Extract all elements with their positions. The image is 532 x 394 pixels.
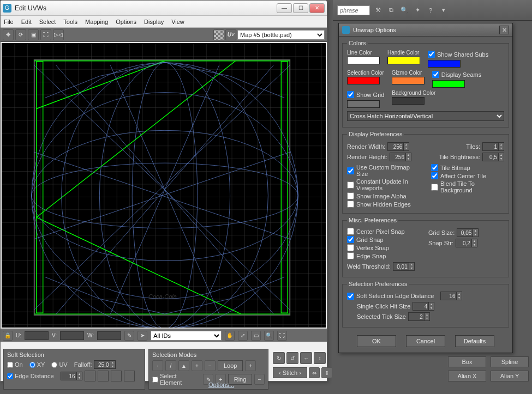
plus-icon[interactable]: + [192, 360, 202, 371]
menu-edit[interactable]: Edit [21, 19, 32, 25]
checker-icon[interactable] [213, 29, 224, 40]
grid-snap-checkbox[interactable]: Grid Snap [347, 236, 423, 243]
u-spinner[interactable] [25, 331, 49, 340]
edge-snap-checkbox[interactable]: Edge Snap [347, 252, 423, 259]
display-seams-checkbox[interactable]: Display Seams [432, 71, 481, 78]
gizmo-color-swatch[interactable] [392, 77, 425, 84]
seams-color-swatch[interactable] [432, 80, 465, 88]
align-h-icon[interactable]: ⇔ [309, 367, 320, 378]
falloff-curve-2[interactable] [98, 371, 109, 381]
cancel-button[interactable]: Cancel [406, 335, 445, 347]
menu-tools[interactable]: Tools [63, 19, 77, 25]
edge-distance-checkbox[interactable]: Edge Distance [7, 373, 54, 379]
freeform-icon[interactable]: ⛶ [40, 29, 51, 40]
uv-label-icon[interactable]: UV [225, 29, 236, 40]
tiles-spinner[interactable]: ▴▾ [482, 142, 504, 151]
fit-icon[interactable]: ⛶ [277, 331, 287, 341]
menu-mapping[interactable]: Mapping [85, 19, 108, 25]
use-custom-checkbox[interactable]: Use Custom Bitmap Size [347, 164, 420, 177]
defaults-button[interactable]: Defaults [455, 335, 494, 347]
shrink-icon[interactable]: ↕ [314, 352, 326, 364]
xy-radio[interactable]: XY [29, 361, 45, 368]
falloff-curve-1[interactable] [85, 371, 95, 381]
titlebar[interactable]: G Edit UVWs — ☐ ✕ [1, 1, 327, 16]
menu-options[interactable]: Options [116, 19, 136, 25]
zoom-extents-icon[interactable]: ⤢ [238, 331, 248, 341]
expand-icon[interactable]: ↔ [300, 352, 312, 364]
edge-mode-icon[interactable]: / [165, 360, 176, 371]
show-grid-checkbox[interactable]: Show Grid [347, 91, 384, 98]
close-button[interactable]: ✕ [309, 3, 325, 13]
rotate-cw-icon[interactable]: ↻ [273, 352, 285, 364]
falloff-spinner[interactable]: ▴▾ [94, 360, 116, 369]
menu-file[interactable]: File [4, 19, 14, 25]
star-icon[interactable]: ✦ [413, 5, 422, 15]
line-color-swatch[interactable] [347, 57, 380, 64]
align-x-button[interactable]: Alian X [448, 371, 486, 381]
soft-edge-spinner[interactable]: ▴▾ [440, 292, 462, 300]
align-y-button[interactable]: Alian Y [491, 371, 529, 381]
on-checkbox[interactable]: On [7, 361, 23, 368]
ids-selector[interactable]: All IDs [151, 331, 222, 341]
vertex-mode-icon[interactable]: · [152, 360, 163, 371]
options-titlebar[interactable]: Unwrap Options ✕ [339, 23, 512, 37]
blend-tile-checkbox[interactable]: Blend Tile To Background [431, 180, 504, 193]
show-alpha-checkbox[interactable]: Show Image Alpha [347, 192, 420, 199]
menu-display[interactable]: Display [144, 19, 164, 25]
tile-brightness-spinner[interactable]: ▴▾ [482, 153, 504, 161]
falloff-curve-3[interactable] [111, 371, 122, 381]
align-v-icon[interactable]: ⇕ [321, 367, 332, 378]
magnet-icon[interactable]: ⧉ [386, 5, 396, 15]
options-link[interactable]: Options... [208, 381, 234, 388]
help-icon[interactable]: ? [426, 5, 435, 15]
constant-update-checkbox[interactable]: Constant Update In Viewports [347, 178, 420, 191]
mirror-icon[interactable]: ▷◁ [53, 29, 64, 40]
maximize-button[interactable]: ☐ [293, 3, 308, 13]
grid-color-swatch[interactable] [347, 100, 380, 108]
tile-bitmap-checkbox[interactable]: Tile Bitmap [431, 164, 504, 171]
zoom-icon[interactable]: 🔍 [264, 331, 274, 341]
toolbox-icon[interactable]: ⚒ [373, 5, 383, 15]
uv-radio[interactable]: UV [51, 361, 67, 368]
ok-button[interactable]: OK [357, 335, 396, 347]
w-spinner[interactable] [97, 331, 121, 340]
menu-view[interactable]: View [171, 19, 184, 25]
shared-color-swatch[interactable] [428, 60, 461, 68]
menu-select[interactable]: Select [39, 19, 56, 25]
tick-size-spinner[interactable]: ▴▾ [408, 312, 430, 321]
single-click-spinner[interactable]: ▴▾ [413, 302, 434, 311]
render-width-spinner[interactable]: ▴▾ [387, 142, 409, 151]
search-input[interactable] [337, 5, 370, 15]
minus-icon[interactable]: − [205, 360, 216, 371]
lock-icon[interactable]: 🔒 [3, 331, 13, 341]
face-mode-icon[interactable]: ▲ [178, 360, 189, 371]
grid-size-spinner[interactable]: ▴▾ [457, 228, 479, 237]
weld-threshold-spinner[interactable]: ▴▾ [393, 262, 415, 271]
loop-button[interactable]: Loop [218, 360, 243, 371]
bg-color-swatch[interactable] [392, 97, 425, 105]
vertex-snap-checkbox[interactable]: Vertex Snap [347, 244, 423, 251]
snap-str-spinner[interactable]: ▴▾ [456, 239, 477, 247]
minimize-button[interactable]: — [277, 3, 292, 13]
rotate-ccw-icon[interactable]: ↺ [286, 352, 298, 364]
hatch-selector[interactable]: Cross Hatch Horizontal/Vertical [347, 111, 504, 121]
render-height-spinner[interactable]: ▴▾ [390, 153, 411, 161]
ring-minus-icon[interactable]: − [254, 374, 265, 385]
soft-edge-checkbox[interactable]: Soft Selection Edge Distance ▴▾ [347, 292, 504, 300]
show-hidden-checkbox[interactable]: Show Hidden Edges [347, 201, 420, 208]
brush-icon[interactable]: ✎ [124, 331, 134, 341]
center-pixel-checkbox[interactable]: Center Pixel Snap [347, 228, 423, 235]
pan-icon[interactable]: ✋ [225, 331, 235, 341]
edge-distance-spinner[interactable]: ▴▾ [61, 372, 82, 380]
zoom-icon[interactable]: 🔍 [399, 5, 409, 15]
chevron-down-icon[interactable]: ▾ [439, 5, 449, 15]
falloff-curve-4[interactable] [124, 371, 135, 381]
spline-button[interactable]: Spline [491, 356, 529, 367]
scale-icon[interactable]: ▣ [28, 29, 39, 40]
show-shared-checkbox[interactable]: Show Shared Subs [428, 51, 488, 58]
handle-color-swatch[interactable] [387, 57, 420, 64]
box-button[interactable]: Box [448, 356, 486, 367]
stitch-button[interactable]: ‹ Stitch › [273, 367, 307, 378]
loop-plus-icon[interactable]: + [245, 360, 256, 371]
zoom-region-icon[interactable]: ▭ [251, 331, 261, 341]
